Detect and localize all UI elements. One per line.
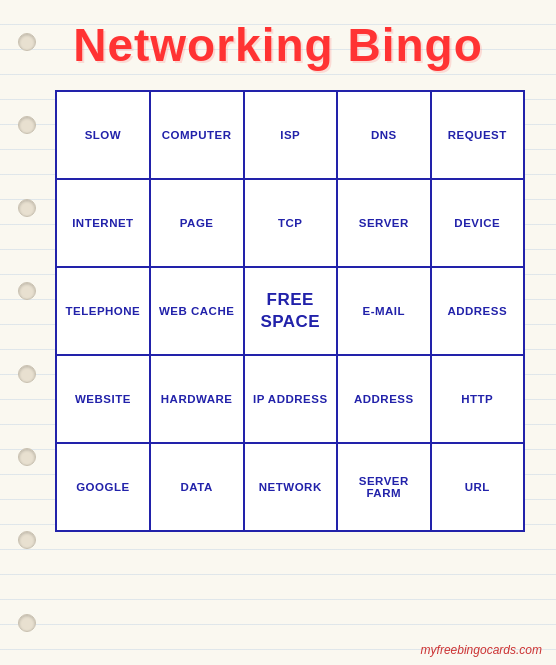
cell-r2-c4[interactable]: ADDRESS bbox=[431, 267, 525, 355]
cell-r0-c4[interactable]: REQUEST bbox=[431, 91, 525, 179]
cell-r0-c0[interactable]: SLOW bbox=[56, 91, 150, 179]
hole-5 bbox=[18, 365, 36, 383]
cell-r4-c2[interactable]: NETWORK bbox=[244, 443, 338, 531]
page-title: Networking Bingo bbox=[0, 0, 556, 82]
hole-4 bbox=[18, 282, 36, 300]
hole-6 bbox=[18, 448, 36, 466]
cell-r4-c4[interactable]: URL bbox=[431, 443, 525, 531]
cell-r1-c1[interactable]: PAGE bbox=[150, 179, 244, 267]
cell-r1-c0[interactable]: INTERNET bbox=[56, 179, 150, 267]
bingo-table: SLOWCOMPUTERISPDNSREQUESTINTERNETPAGETCP… bbox=[55, 90, 525, 532]
hole-8 bbox=[18, 614, 36, 632]
cell-r0-c2[interactable]: ISP bbox=[244, 91, 338, 179]
cell-r3-c3[interactable]: ADDRESS bbox=[337, 355, 430, 443]
cell-r3-c4[interactable]: HTTP bbox=[431, 355, 525, 443]
cell-r0-c1[interactable]: COMPUTER bbox=[150, 91, 244, 179]
cell-r4-c1[interactable]: DATA bbox=[150, 443, 244, 531]
cell-r0-c3[interactable]: DNS bbox=[337, 91, 430, 179]
cell-r3-c2[interactable]: IP ADDRESS bbox=[244, 355, 338, 443]
cell-r2-c3[interactable]: E-MAIL bbox=[337, 267, 430, 355]
cell-r3-c1[interactable]: HARDWARE bbox=[150, 355, 244, 443]
cell-r1-c3[interactable]: SERVER bbox=[337, 179, 430, 267]
cell-r4-c3[interactable]: SERVERFARM bbox=[337, 443, 430, 531]
cell-r3-c0[interactable]: WEBSITE bbox=[56, 355, 150, 443]
cell-r1-c4[interactable]: DEVICE bbox=[431, 179, 525, 267]
hole-punches bbox=[18, 0, 36, 665]
cell-r2-c1[interactable]: WEB CACHE bbox=[150, 267, 244, 355]
bingo-grid-container: SLOWCOMPUTERISPDNSREQUESTINTERNETPAGETCP… bbox=[55, 90, 525, 532]
cell-r4-c0[interactable]: GOOGLE bbox=[56, 443, 150, 531]
hole-7 bbox=[18, 531, 36, 549]
cell-r2-c0[interactable]: TELEPHONE bbox=[56, 267, 150, 355]
hole-3 bbox=[18, 199, 36, 217]
cell-r1-c2[interactable]: TCP bbox=[244, 179, 338, 267]
footer-url: myfreebingocards.com bbox=[421, 643, 542, 657]
hole-2 bbox=[18, 116, 36, 134]
cell-r2-c2[interactable]: FREESPACE bbox=[244, 267, 338, 355]
